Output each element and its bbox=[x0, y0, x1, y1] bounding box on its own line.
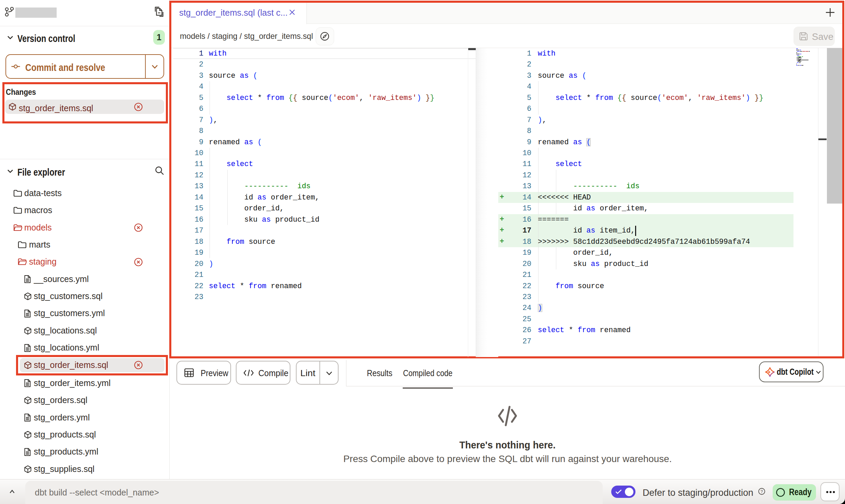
svg-text:?: ? bbox=[761, 489, 763, 494]
